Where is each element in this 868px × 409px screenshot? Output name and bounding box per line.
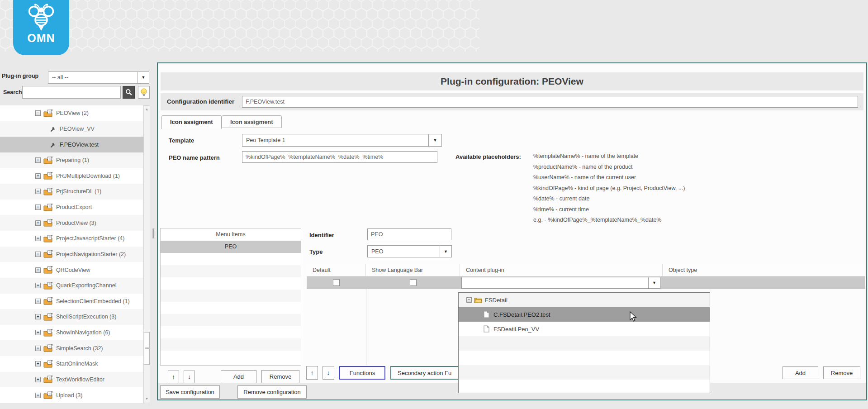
- expand-icon[interactable]: +: [35, 346, 41, 351]
- expand-icon[interactable]: +: [35, 236, 41, 241]
- chevron-down-icon[interactable]: ▼: [138, 72, 149, 83]
- expand-icon[interactable]: +: [35, 330, 41, 335]
- bee-icon: [25, 4, 57, 32]
- plugin-tree-item[interactable]: +ProductView (3): [0, 215, 143, 231]
- type-select[interactable]: PEO ▼: [367, 245, 452, 257]
- show-language-bar-checkbox[interactable]: [410, 279, 417, 286]
- entry-remove-button[interactable]: Remove: [823, 366, 860, 379]
- dropdown-option-label: FSDeatil.Peo_VV: [493, 326, 539, 333]
- scrollbar-thumb[interactable]: [144, 332, 150, 365]
- plugin-group-icon: [43, 282, 52, 290]
- collapse-icon[interactable]: −: [466, 297, 472, 303]
- dropdown-option[interactable]: FSDeatil.Peo_VV: [459, 322, 710, 336]
- menu-move-down-button[interactable]: ↓: [184, 371, 195, 383]
- entry-move-up-button[interactable]: ↑: [306, 366, 318, 380]
- peo-name-pattern-input[interactable]: [242, 151, 437, 163]
- entry-move-down-button[interactable]: ↓: [323, 366, 334, 380]
- menu-item[interactable]: PEO: [161, 241, 301, 253]
- plugin-tree-item[interactable]: +PrjStructureDL (1): [0, 184, 143, 200]
- plugin-group-icon: [43, 344, 52, 352]
- plugin-tree-item[interactable]: +SelectionClientEmbedded (1): [0, 294, 143, 309]
- content-plugin-select[interactable]: ▼: [461, 277, 660, 289]
- search-button[interactable]: [123, 86, 135, 99]
- plugin-group-icon: [43, 157, 52, 164]
- functions-button[interactable]: Functions: [339, 366, 385, 380]
- scroll-up-icon[interactable]: ▲: [144, 106, 150, 113]
- plugin-tree-item[interactable]: +ProjectNavigationStarter (2): [0, 247, 143, 262]
- splitter-grip-icon: [152, 228, 155, 238]
- title-strip: Plug-in configuration: PEOView: [161, 72, 863, 90]
- expand-icon[interactable]: +: [35, 377, 41, 382]
- template-select[interactable]: Peo Template 1 ▼: [242, 134, 442, 147]
- dropdown-empty-row: [459, 336, 710, 351]
- configuration-identifier-row: Configuration identifier: [161, 93, 863, 110]
- plugin-tree-item-label: PRJMultipleDownload (1): [56, 173, 120, 179]
- arrow-up-icon: ↑: [172, 373, 175, 380]
- chevron-down-icon[interactable]: ▼: [648, 277, 660, 288]
- expand-icon[interactable]: +: [35, 393, 41, 398]
- expand-icon[interactable]: +: [35, 204, 41, 210]
- plugin-group-icon: [43, 266, 52, 274]
- chevron-down-icon[interactable]: ▼: [440, 246, 451, 257]
- plugin-tree-item[interactable]: −PEOView (2): [0, 105, 143, 121]
- plugin-group-label: Plug-in group: [2, 73, 38, 79]
- expand-icon[interactable]: +: [35, 252, 41, 257]
- expand-icon[interactable]: +: [35, 220, 41, 226]
- menu-entry-table-header: DefaultShow Language BarContent plug-inO…: [307, 264, 865, 276]
- menu-entry-row[interactable]: ▼: [307, 276, 865, 289]
- expand-icon[interactable]: +: [35, 299, 41, 304]
- remove-configuration-button[interactable]: Remove configuration: [237, 385, 307, 399]
- plugin-tree-item[interactable]: +QuarkExportingChannel: [0, 278, 143, 294]
- plugin-tree-item[interactable]: +TextWorkflowEditor: [0, 372, 143, 388]
- chevron-down-icon[interactable]: ▼: [428, 134, 441, 146]
- dropdown-empty-row: [459, 365, 710, 380]
- expand-icon[interactable]: +: [35, 173, 41, 179]
- plugin-tree-item[interactable]: +ProductExport: [0, 200, 143, 215]
- plugin-tree-item[interactable]: +PRJMultipleDownload (1): [0, 168, 143, 184]
- plugin-tree-item[interactable]: +ShellScriptExecution (3): [0, 309, 143, 325]
- search-icon: [125, 89, 133, 96]
- plugin-group-icon: [43, 391, 52, 399]
- plugin-group-icon: [43, 297, 52, 305]
- plugin-tree-item[interactable]: +SimpleSearch (32): [0, 340, 143, 356]
- expand-icon[interactable]: +: [35, 189, 41, 194]
- tab-icon-assignment-1[interactable]: Icon assigment: [161, 115, 222, 129]
- plugin-tree-item[interactable]: +Upload (3): [0, 387, 143, 403]
- plugin-group-select[interactable]: -- all -- ▼: [48, 71, 149, 84]
- hint-button[interactable]: [138, 86, 150, 99]
- menu-remove-button[interactable]: Remove: [261, 370, 299, 383]
- plugin-tree-item[interactable]: +StartOnlineMask: [0, 356, 143, 372]
- configuration-identifier-input[interactable]: [242, 96, 858, 108]
- content-plugin-dropdown: −FSDetailC.FSDetail.PEO2.testFSDeatil.Pe…: [458, 292, 710, 393]
- plugin-group-icon: [43, 219, 52, 227]
- default-checkbox[interactable]: [333, 279, 340, 286]
- dropdown-option[interactable]: C.FSDetail.PEO2.test: [459, 307, 710, 322]
- plugin-tree-item[interactable]: F.PEOView.test: [0, 137, 143, 152]
- plugin-tree-item-label: PrjStructureDL (1): [56, 188, 101, 195]
- plugin-tree-item[interactable]: +Preparing (1): [0, 152, 143, 168]
- sidebar-splitter[interactable]: [150, 55, 157, 409]
- save-configuration-button[interactable]: Save configuration: [160, 385, 220, 399]
- tree-scrollbar[interactable]: ▲ ▼: [143, 105, 150, 403]
- menu-add-button[interactable]: Add: [221, 370, 256, 383]
- plugin-tree-item[interactable]: +QRCodeView: [0, 262, 143, 278]
- expand-icon[interactable]: +: [35, 314, 41, 319]
- plugin-group-icon: [43, 360, 52, 368]
- expand-icon[interactable]: +: [35, 267, 41, 273]
- tab-icon-assignment-2[interactable]: Icon assigment: [222, 115, 282, 128]
- plugin-tree-item[interactable]: +ProjectJavascriptStarter (4): [0, 231, 143, 247]
- entry-add-button[interactable]: Add: [783, 366, 818, 379]
- dropdown-group-row[interactable]: −FSDetail: [459, 293, 710, 307]
- scroll-down-icon[interactable]: ▼: [144, 395, 150, 403]
- menu-empty-row: [161, 277, 301, 290]
- expand-icon[interactable]: +: [35, 157, 41, 163]
- plugin-tree-item[interactable]: PEOView_VV: [0, 121, 143, 137]
- identifier-input[interactable]: [367, 228, 451, 240]
- folder-icon: [474, 297, 482, 303]
- search-input[interactable]: [22, 86, 121, 99]
- plugin-tree-item[interactable]: +ShowInNavigation (6): [0, 325, 143, 341]
- collapse-icon[interactable]: −: [35, 110, 41, 116]
- expand-icon[interactable]: +: [35, 283, 41, 288]
- menu-move-up-button[interactable]: ↑: [168, 371, 179, 383]
- expand-icon[interactable]: +: [35, 361, 41, 366]
